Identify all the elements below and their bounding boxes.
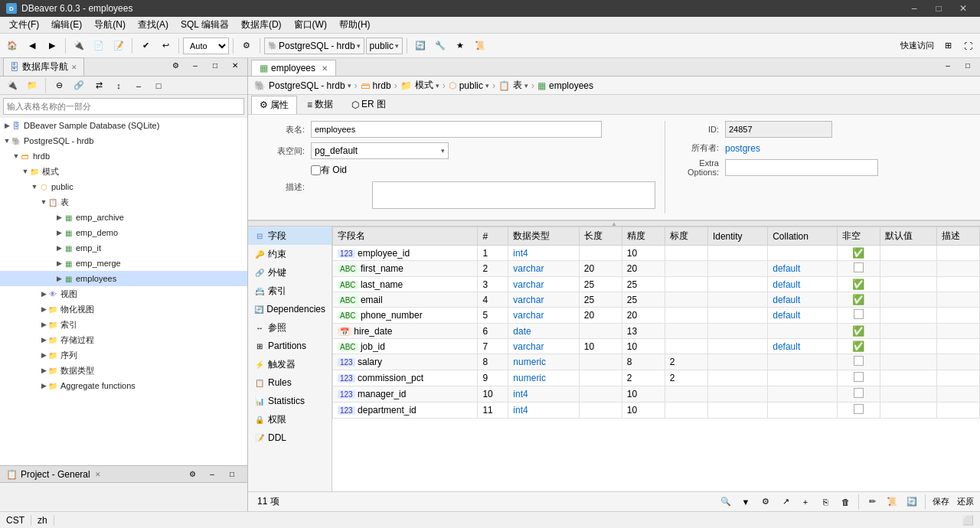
col-collation-link[interactable]: default	[773, 310, 800, 321]
menu-search[interactable]: 查找(A)	[132, 17, 175, 33]
db-selector[interactable]: 🐘 PostgreSQL - hrdb ▾	[264, 37, 364, 54]
tb-rollback-button[interactable]: ↩	[156, 37, 175, 55]
breadcrumb-db[interactable]: PostgreSQL - hrdb ▾	[269, 80, 351, 91]
col-type-link[interactable]: numeric	[513, 357, 546, 367]
schema-selector[interactable]: public ▾	[366, 37, 403, 54]
sidebar-item-rules[interactable]: 📋 Rules	[248, 373, 332, 392]
add-col-button[interactable]: +	[796, 493, 815, 511]
table-row[interactable]: 123 commission_pct9numeric22	[333, 370, 980, 386]
col-header-default[interactable]: 默认值	[880, 227, 936, 246]
table-row[interactable]: 123 department_id11int410	[333, 403, 980, 419]
col-header-type[interactable]: 数据类型	[508, 227, 579, 246]
nav-close-button[interactable]: ✕	[226, 56, 244, 74]
config-button[interactable]: ⚙	[756, 493, 775, 511]
search-input[interactable]	[3, 98, 244, 115]
export-button[interactable]: ↗	[776, 493, 795, 511]
minimize-button[interactable]: –	[903, 0, 925, 17]
tree-item-sqlite[interactable]: ▶ 🗄 DBeaver Sample Database (SQLite)	[0, 118, 247, 133]
table-row[interactable]: 123 salary8numeric82	[333, 354, 980, 370]
nav-config-button[interactable]: ⚙	[166, 56, 185, 74]
tree-item-emp-demo[interactable]: ▶ ▦ emp_demo	[0, 225, 247, 240]
col-type-link[interactable]: numeric	[513, 373, 546, 383]
nav-new-conn-button[interactable]: 🔌	[3, 77, 21, 95]
tb-filter-button[interactable]: 🔧	[431, 37, 449, 55]
editor-minimize-button[interactable]: –	[939, 56, 957, 74]
project-maximize-button[interactable]: □	[223, 465, 241, 484]
col-type-link[interactable]: varchar	[513, 279, 544, 290]
tree-item-mat-views[interactable]: ▶ 📁 物化视图	[0, 301, 247, 317]
nav-maximize-button[interactable]: □	[206, 56, 224, 74]
col-header-scale[interactable]: 标度	[665, 227, 707, 246]
tree-item-aggregate[interactable]: ▶ 📁 Aggregate functions	[0, 378, 247, 393]
menu-window[interactable]: 窗口(W)	[288, 17, 333, 33]
sidebar-item-triggers[interactable]: ⚡ 触发器	[248, 355, 332, 373]
tree-item-employees[interactable]: ▶ ▦ employees	[0, 271, 247, 286]
table-row[interactable]: ABC email4varchar2525default✅	[333, 292, 980, 308]
tb-new-conn-button[interactable]: 🔌	[70, 37, 88, 55]
tab-employees[interactable]: ▦ employees ✕	[251, 60, 336, 76]
splitter[interactable]: ▲	[248, 220, 980, 227]
tb-fullscreen-button[interactable]: ⛶	[959, 37, 977, 55]
maximize-button[interactable]: □	[928, 0, 949, 17]
tb-layout-button[interactable]: ⊞	[939, 37, 957, 55]
col-type-link[interactable]: varchar	[513, 310, 544, 321]
tree-item-postgres[interactable]: ▼ 🐘 PostgreSQL - hrdb	[0, 133, 247, 148]
revert-button[interactable]: 还原	[954, 493, 977, 511]
menu-help[interactable]: 帮助(H)	[333, 17, 377, 33]
col-header-desc[interactable]: 描述	[936, 227, 979, 246]
col-collation-link[interactable]: default	[773, 279, 800, 290]
search-button[interactable]: 🔍	[717, 493, 735, 511]
sidebar-item-refs[interactable]: ↔ 参照	[248, 318, 332, 337]
table-row[interactable]: ABC phone_number5varchar2020default	[333, 308, 980, 324]
project-tab-close[interactable]: ✕	[95, 471, 101, 478]
tb-open-script-button[interactable]: 📄	[90, 37, 108, 55]
tb-sql-editor-button[interactable]: 📝	[109, 37, 128, 55]
sidebar-item-constraints[interactable]: 🔑 约束	[248, 245, 332, 263]
nav-project-button[interactable]: 📁	[23, 77, 41, 95]
extra-options-input[interactable]	[725, 159, 878, 176]
table-row[interactable]: 123 manager_id10int410	[333, 386, 980, 403]
sidebar-item-permissions[interactable]: 🔒 权限	[248, 410, 332, 429]
tablespace-select[interactable]: pg_default ▾	[311, 142, 449, 159]
project-minimize-button[interactable]: –	[203, 465, 221, 484]
tree-item-sequences[interactable]: ▶ 📁 序列	[0, 347, 247, 363]
col-header-num[interactable]: #	[478, 227, 508, 246]
table-row[interactable]: ABC first_name2varchar2020default	[333, 261, 980, 277]
col-collation-link[interactable]: default	[773, 295, 800, 305]
col-collation-link[interactable]: default	[773, 263, 800, 274]
tab-db-navigator[interactable]: 🗄 数据库导航 ✕	[3, 57, 84, 76]
col-header-notnull[interactable]: 非空	[837, 227, 880, 246]
menu-file[interactable]: 文件(F)	[3, 17, 45, 33]
editor-maximize-button[interactable]: □	[959, 56, 977, 74]
sidebar-item-fk[interactable]: 🔗 外键	[248, 263, 332, 282]
auto-commit-select[interactable]: Auto	[183, 37, 229, 54]
table-row[interactable]: 📅 hire_date6date13✅	[333, 324, 980, 339]
sidebar-item-indexes[interactable]: 📇 索引	[248, 282, 332, 300]
owner-link[interactable]: postgres	[725, 143, 760, 154]
sub-tab-er[interactable]: ⬡ ER 图	[343, 95, 394, 114]
nav-filter-button[interactable]: ⇄	[90, 77, 108, 95]
refresh-button[interactable]: 🔄	[903, 493, 921, 511]
col-type-link[interactable]: varchar	[513, 341, 544, 352]
nav-link-button[interactable]: 🔗	[70, 77, 88, 95]
tree-item-indexes[interactable]: ▶ 📁 索引	[0, 317, 247, 332]
breadcrumb-hrdb[interactable]: hrdb	[373, 80, 391, 91]
nav-minus-button[interactable]: –	[129, 77, 148, 95]
tree-item-tables-folder[interactable]: ▼ 📋 表	[0, 194, 247, 210]
delete-col-button[interactable]: 🗑	[836, 493, 854, 511]
sub-tab-data[interactable]: ≡ 数据	[299, 95, 341, 114]
save-button[interactable]: 保存	[929, 493, 952, 511]
tree-item-datatypes[interactable]: ▶ 📁 数据类型	[0, 363, 247, 378]
nav-max-button[interactable]: □	[149, 77, 168, 95]
tree-item-views[interactable]: ▶ 👁 视图	[0, 286, 247, 301]
sidebar-item-statistics[interactable]: 📊 Statistics	[248, 392, 332, 410]
has-oid-checkbox[interactable]	[311, 165, 321, 175]
table-row[interactable]: 123 employee_id1int410✅	[333, 246, 980, 261]
col-header-length[interactable]: 长度	[579, 227, 622, 246]
tb-back-button[interactable]: ◀	[23, 37, 41, 55]
sidebar-item-partitions[interactable]: ⊞ Partitions	[248, 337, 332, 355]
col-header-identity[interactable]: Identity	[707, 227, 767, 246]
col-header-precision[interactable]: 精度	[622, 227, 665, 246]
col-type-link[interactable]: varchar	[513, 295, 544, 305]
nav-sort-button[interactable]: ↕	[109, 77, 128, 95]
